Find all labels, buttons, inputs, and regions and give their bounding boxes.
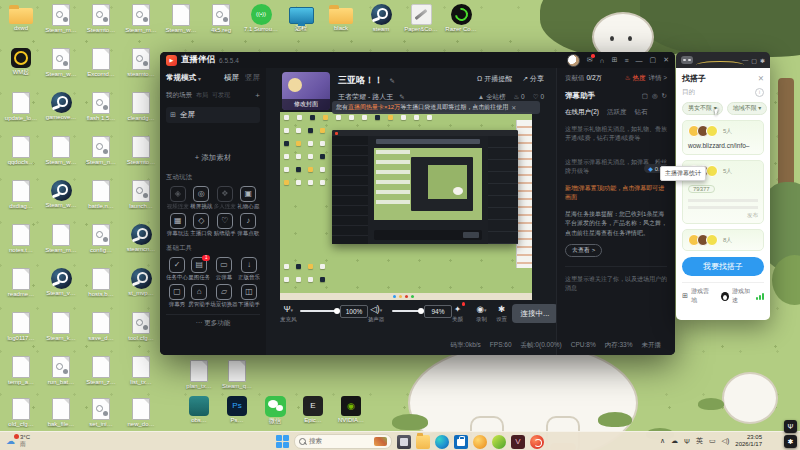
desktop-icon-doc[interactable]: Steam_z… (82, 356, 120, 386)
desktop-icon-steam[interactable]: Steam_w… (42, 180, 80, 209)
connect-button[interactable]: 连接中... (512, 304, 558, 323)
cover-edit-label[interactable]: 修改封面 (282, 99, 330, 110)
headset-icon[interactable]: ∩ (600, 57, 605, 64)
desktop-icon-razer[interactable]: Razer Co… (442, 4, 480, 33)
cast-tray-icon[interactable]: ▭ (709, 437, 716, 445)
filter-chip[interactable]: 地域不限 ▾ (727, 102, 768, 115)
desktop-icon-steam[interactable]: steam (362, 4, 400, 33)
tool-item[interactable]: ↓正版音乐 (238, 257, 260, 281)
message-icon[interactable]: ✉ (587, 56, 593, 64)
search-input[interactable]: 搜索 (294, 434, 392, 449)
tool-item[interactable]: ▢弹幕秀 (166, 284, 188, 308)
more-features-button[interactable]: ··· 更多功能 (166, 314, 260, 328)
speaker-slider[interactable] (392, 310, 422, 312)
tab-portrait[interactable]: 竖屏 (245, 73, 260, 83)
scenes-meta[interactable]: 布局 (196, 91, 208, 100)
find-partner-button[interactable]: 我要找搭子 (682, 257, 764, 276)
overlay-mic-button[interactable]: Ψ (784, 420, 797, 433)
desktop-icon-doc[interactable]: Steam_k… (42, 312, 80, 342)
clock[interactable]: 23:05 2026/1/17 (735, 434, 762, 448)
desktop-icon-gear[interactable]: tool.cfg… (122, 312, 160, 342)
scenes-meta[interactable]: 可发现 (212, 91, 230, 100)
desktop-icon-doc[interactable]: cleandg… (122, 92, 160, 122)
desktop-icon-doc[interactable]: Steam_m… (42, 224, 80, 254)
overlay-settings-button[interactable]: ✱ (784, 435, 797, 448)
desktop-icon-gear[interactable]: Steamto… (82, 4, 120, 34)
desktop-icon-gear[interactable]: launch… (122, 180, 160, 210)
maximize-button[interactable]: ▢ (650, 56, 657, 64)
desktop-icon-g71[interactable]: 7.1 Surrou… (242, 4, 280, 33)
game-zone-link[interactable]: 游戏营地 (691, 287, 712, 305)
desktop-icon-gear[interactable]: Steam_n… (82, 136, 120, 166)
desktop-icon-gear[interactable]: Steam_m… (122, 4, 160, 34)
pin-window-icon[interactable]: ▢ (642, 92, 648, 100)
desktop-icon-doc[interactable]: list_tx… (122, 356, 160, 386)
tool-item[interactable]: ◈视频连麦 (166, 186, 190, 210)
user-avatar[interactable] (567, 54, 580, 67)
tool-item[interactable]: ▱场景切换器 (210, 284, 238, 308)
panel-tab[interactable]: 活跃度 (607, 108, 627, 117)
desktop-icon-gear[interactable]: config… (82, 224, 120, 254)
desktop-icon-doc[interactable]: update_lo… (2, 92, 40, 122)
desktop-icon-ring[interactable]: WM起 (2, 48, 40, 76)
desktop-icon-doc[interactable]: Steam_w… (162, 4, 200, 34)
close-button[interactable]: ✕ (663, 56, 669, 64)
desktop-icon-wechat[interactable]: 微信 (256, 396, 294, 425)
desktop-icon-steam[interactable]: gameove… (42, 92, 80, 121)
volume-tray-icon[interactable]: ◁) (722, 437, 730, 445)
apps-grid-icon[interactable]: ⊞ (612, 56, 618, 64)
tool-item[interactable]: ▦弹幕玩法 (166, 213, 190, 237)
desktop-icon-steam[interactable]: steamcn… (122, 224, 160, 253)
minimize-button[interactable]: — (636, 57, 643, 64)
desktop-icon-gear[interactable]: run_bat… (42, 356, 80, 386)
tool-item[interactable]: ▤1星图任务 (188, 257, 210, 281)
hidden-icons-chevron[interactable]: ∧ (660, 437, 665, 445)
tool-item[interactable]: ▣礼物心愿 (237, 186, 261, 210)
tool-item[interactable]: ▭云弹幕 (210, 257, 238, 281)
desktop-icon-doc[interactable]: Steam_w… (42, 136, 80, 166)
desktop-icon-doc[interactable]: notes.t… (2, 224, 40, 254)
desktop-icon-doc[interactable]: new_do… (122, 398, 160, 428)
desktop-icon-gear[interactable]: steamto… (122, 48, 160, 78)
maximize-button[interactable]: ▢ (751, 57, 757, 64)
speaker-control[interactable]: ◁)▾ 扬声器 (368, 304, 385, 323)
detail-link[interactable]: 详情 > (648, 74, 667, 83)
chevron-down-icon[interactable]: ▾ (291, 307, 294, 313)
desktop-icon-doc[interactable]: qqdocls… (2, 136, 40, 166)
desktop-icon-monitor[interactable]: 远程 (282, 4, 320, 32)
add-material-button[interactable]: + 添加素材 (166, 153, 260, 163)
file-explorer-button[interactable] (416, 435, 430, 449)
edit-title-icon[interactable]: ✎ (390, 77, 395, 84)
scene-item-fullscreen[interactable]: ⊞ 全屏 (166, 107, 260, 123)
share-button[interactable]: ↗ 分享 (522, 74, 544, 84)
heat-entry[interactable]: ♨ 热度 (625, 74, 646, 83)
desktop-icon-doc[interactable]: Steamto… (122, 136, 160, 166)
microphone-control[interactable]: Ψ▾ 麦克风 (280, 304, 297, 323)
desktop-icon-steam[interactable]: Steam_v… (42, 268, 80, 297)
desktop-icon-doc[interactable]: Excomd… (82, 48, 120, 78)
desktop-icon-dark[interactable]: Epic… (294, 396, 332, 424)
desktop-icon-doc[interactable]: bak_file… (42, 398, 80, 428)
tool-item[interactable]: ♪弹幕点歌 (237, 213, 261, 237)
desktop-icon-steam[interactable]: st_mvp… (122, 268, 160, 297)
microphone-tray-icon[interactable]: Ψ (684, 438, 690, 445)
desktop-icon-pencil[interactable]: Paper&Co… (402, 4, 440, 33)
tool-item[interactable]: ♡贴纸助手 (213, 213, 237, 237)
store-button[interactable] (454, 435, 468, 449)
chevron-down-icon[interactable]: ▾ (484, 307, 487, 313)
desktop-icon-doc[interactable]: Steam_q… (218, 360, 256, 390)
tool-item[interactable]: ✓任务中心 (166, 257, 188, 281)
filter-icon[interactable]: ◎ (652, 92, 658, 100)
app-button[interactable] (492, 435, 506, 449)
minimize-button[interactable]: — (742, 57, 748, 64)
desktop-icon-gear[interactable]: set_ini… (82, 398, 120, 428)
ime-indicator[interactable]: 英 (696, 436, 703, 446)
game-app-button[interactable] (473, 435, 487, 449)
partner-group-card[interactable]: 5人wow.blizzard.cn/info– (682, 120, 764, 155)
desktop-icon-doc[interactable]: readme… (2, 268, 40, 298)
desktop-icon-doc[interactable]: hosts.b… (82, 268, 120, 298)
task-view-button[interactable] (397, 435, 411, 449)
mode-select[interactable]: 常规模式 (166, 73, 196, 83)
desktop-icon-gear[interactable]: Steam_w… (42, 48, 80, 78)
panel-tab[interactable]: 钻石 (634, 108, 647, 117)
